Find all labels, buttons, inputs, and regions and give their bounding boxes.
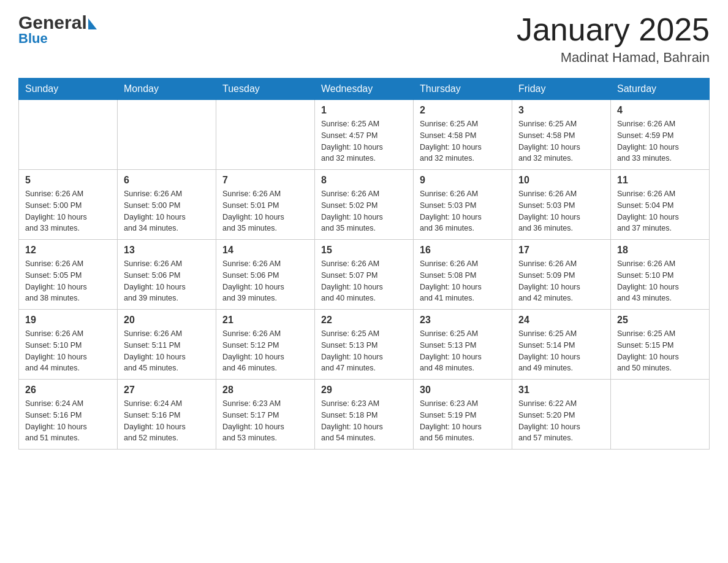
calendar-cell: 11Sunrise: 6:26 AMSunset: 5:04 PMDayligh… — [611, 170, 710, 240]
logo-general-text: General — [18, 12, 87, 33]
day-number: 23 — [420, 315, 506, 326]
calendar-cell: 23Sunrise: 6:25 AMSunset: 5:13 PMDayligh… — [414, 310, 512, 380]
day-info: Sunrise: 6:23 AMSunset: 5:17 PMDaylight:… — [222, 398, 308, 444]
day-info: Sunrise: 6:26 AMSunset: 5:00 PMDaylight:… — [124, 188, 210, 234]
calendar-cell: 1Sunrise: 6:25 AMSunset: 4:57 PMDaylight… — [315, 100, 414, 170]
calendar-cell: 21Sunrise: 6:26 AMSunset: 5:12 PMDayligh… — [216, 310, 315, 380]
day-info: Sunrise: 6:26 AMSunset: 5:03 PMDaylight:… — [420, 188, 506, 234]
day-number: 26 — [25, 385, 111, 396]
day-number: 1 — [321, 105, 407, 116]
calendar-cell: 19Sunrise: 6:26 AMSunset: 5:10 PMDayligh… — [19, 310, 118, 380]
header-wednesday: Wednesday — [315, 79, 414, 100]
day-info: Sunrise: 6:24 AMSunset: 5:16 PMDaylight:… — [124, 398, 210, 444]
calendar-cell — [118, 100, 216, 170]
calendar-cell: 25Sunrise: 6:25 AMSunset: 5:15 PMDayligh… — [611, 310, 710, 380]
calendar-cell: 22Sunrise: 6:25 AMSunset: 5:13 PMDayligh… — [315, 310, 414, 380]
day-number: 2 — [420, 105, 506, 116]
day-info: Sunrise: 6:26 AMSunset: 5:11 PMDaylight:… — [124, 328, 210, 374]
calendar-cell — [611, 380, 710, 450]
logo-arrow-icon — [88, 18, 97, 29]
header-saturday: Saturday — [611, 79, 710, 100]
day-info: Sunrise: 6:25 AMSunset: 5:13 PMDaylight:… — [420, 328, 506, 374]
calendar-cell: 24Sunrise: 6:25 AMSunset: 5:14 PMDayligh… — [512, 310, 611, 380]
day-number: 10 — [518, 175, 604, 186]
day-info: Sunrise: 6:26 AMSunset: 5:00 PMDaylight:… — [25, 188, 111, 234]
header-tuesday: Tuesday — [216, 79, 315, 100]
day-info: Sunrise: 6:23 AMSunset: 5:18 PMDaylight:… — [321, 398, 407, 444]
calendar-cell: 7Sunrise: 6:26 AMSunset: 5:01 PMDaylight… — [216, 170, 315, 240]
day-number: 7 — [222, 175, 308, 186]
day-info: Sunrise: 6:26 AMSunset: 5:06 PMDaylight:… — [222, 258, 308, 304]
calendar-cell: 31Sunrise: 6:22 AMSunset: 5:20 PMDayligh… — [512, 380, 611, 450]
day-info: Sunrise: 6:26 AMSunset: 5:01 PMDaylight:… — [222, 188, 308, 234]
calendar-cell: 17Sunrise: 6:26 AMSunset: 5:09 PMDayligh… — [512, 240, 611, 310]
day-info: Sunrise: 6:26 AMSunset: 5:08 PMDaylight:… — [420, 258, 506, 304]
logo: General Blue — [18, 12, 97, 47]
calendar-cell: 2Sunrise: 6:25 AMSunset: 4:58 PMDaylight… — [414, 100, 512, 170]
calendar-cell: 27Sunrise: 6:24 AMSunset: 5:16 PMDayligh… — [118, 380, 216, 450]
calendar-week-2: 5Sunrise: 6:26 AMSunset: 5:00 PMDaylight… — [19, 170, 710, 240]
day-number: 14 — [222, 245, 308, 256]
calendar-cell: 9Sunrise: 6:26 AMSunset: 5:03 PMDaylight… — [414, 170, 512, 240]
day-number: 13 — [124, 245, 210, 256]
day-info: Sunrise: 6:26 AMSunset: 5:07 PMDaylight:… — [321, 258, 407, 304]
day-number: 4 — [617, 105, 703, 116]
day-number: 21 — [222, 315, 308, 326]
calendar-cell: 14Sunrise: 6:26 AMSunset: 5:06 PMDayligh… — [216, 240, 315, 310]
calendar-cell: 15Sunrise: 6:26 AMSunset: 5:07 PMDayligh… — [315, 240, 414, 310]
day-info: Sunrise: 6:25 AMSunset: 5:14 PMDaylight:… — [518, 328, 604, 374]
day-number: 27 — [124, 385, 210, 396]
logo-blue-text: Blue — [18, 31, 48, 47]
day-number: 25 — [617, 315, 703, 326]
day-info: Sunrise: 6:23 AMSunset: 5:19 PMDaylight:… — [420, 398, 506, 444]
calendar-week-5: 26Sunrise: 6:24 AMSunset: 5:16 PMDayligh… — [19, 380, 710, 450]
calendar-cell: 29Sunrise: 6:23 AMSunset: 5:18 PMDayligh… — [315, 380, 414, 450]
calendar-cell: 4Sunrise: 6:26 AMSunset: 4:59 PMDaylight… — [611, 100, 710, 170]
calendar-cell: 13Sunrise: 6:26 AMSunset: 5:06 PMDayligh… — [118, 240, 216, 310]
page-header: General Blue January 2025 Madinat Hamad,… — [18, 12, 710, 66]
day-number: 19 — [25, 315, 111, 326]
day-number: 20 — [124, 315, 210, 326]
day-info: Sunrise: 6:25 AMSunset: 4:58 PMDaylight:… — [420, 118, 506, 164]
calendar-cell: 5Sunrise: 6:26 AMSunset: 5:00 PMDaylight… — [19, 170, 118, 240]
day-info: Sunrise: 6:24 AMSunset: 5:16 PMDaylight:… — [25, 398, 111, 444]
day-info: Sunrise: 6:26 AMSunset: 5:12 PMDaylight:… — [222, 328, 308, 374]
day-info: Sunrise: 6:26 AMSunset: 5:06 PMDaylight:… — [124, 258, 210, 304]
day-info: Sunrise: 6:26 AMSunset: 4:59 PMDaylight:… — [617, 118, 703, 164]
day-info: Sunrise: 6:26 AMSunset: 5:03 PMDaylight:… — [518, 188, 604, 234]
day-number: 6 — [124, 175, 210, 186]
calendar-week-4: 19Sunrise: 6:26 AMSunset: 5:10 PMDayligh… — [19, 310, 710, 380]
day-number: 5 — [25, 175, 111, 186]
day-number: 15 — [321, 245, 407, 256]
header-thursday: Thursday — [414, 79, 512, 100]
day-number: 31 — [518, 385, 604, 396]
title-section: January 2025 Madinat Hamad, Bahrain — [517, 12, 710, 66]
calendar-cell: 30Sunrise: 6:23 AMSunset: 5:19 PMDayligh… — [414, 380, 512, 450]
header-friday: Friday — [512, 79, 611, 100]
calendar-week-3: 12Sunrise: 6:26 AMSunset: 5:05 PMDayligh… — [19, 240, 710, 310]
day-number: 9 — [420, 175, 506, 186]
calendar-cell — [216, 100, 315, 170]
calendar-week-1: 1Sunrise: 6:25 AMSunset: 4:57 PMDaylight… — [19, 100, 710, 170]
day-info: Sunrise: 6:26 AMSunset: 5:10 PMDaylight:… — [25, 328, 111, 374]
calendar-table: SundayMondayTuesdayWednesdayThursdayFrid… — [18, 78, 710, 450]
calendar-cell — [19, 100, 118, 170]
month-title: January 2025 — [517, 12, 710, 47]
day-number: 29 — [321, 385, 407, 396]
day-number: 18 — [617, 245, 703, 256]
calendar-cell: 16Sunrise: 6:26 AMSunset: 5:08 PMDayligh… — [414, 240, 512, 310]
day-info: Sunrise: 6:26 AMSunset: 5:04 PMDaylight:… — [617, 188, 703, 234]
day-info: Sunrise: 6:26 AMSunset: 5:05 PMDaylight:… — [25, 258, 111, 304]
day-info: Sunrise: 6:22 AMSunset: 5:20 PMDaylight:… — [518, 398, 604, 444]
location-title: Madinat Hamad, Bahrain — [517, 50, 710, 66]
calendar-cell: 26Sunrise: 6:24 AMSunset: 5:16 PMDayligh… — [19, 380, 118, 450]
day-info: Sunrise: 6:25 AMSunset: 5:13 PMDaylight:… — [321, 328, 407, 374]
calendar-header-row: SundayMondayTuesdayWednesdayThursdayFrid… — [19, 79, 710, 100]
day-number: 24 — [518, 315, 604, 326]
day-number: 22 — [321, 315, 407, 326]
day-info: Sunrise: 6:26 AMSunset: 5:09 PMDaylight:… — [518, 258, 604, 304]
day-number: 28 — [222, 385, 308, 396]
calendar-cell: 3Sunrise: 6:25 AMSunset: 4:58 PMDaylight… — [512, 100, 611, 170]
calendar-cell: 18Sunrise: 6:26 AMSunset: 5:10 PMDayligh… — [611, 240, 710, 310]
day-number: 3 — [518, 105, 604, 116]
